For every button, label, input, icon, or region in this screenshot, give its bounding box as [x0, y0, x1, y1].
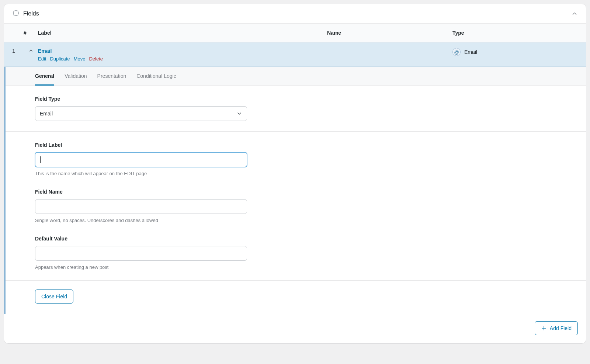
row-action-duplicate[interactable]: Duplicate	[50, 56, 70, 62]
row-collapse-toggle[interactable]	[28, 48, 34, 53]
field-row: 1 Email Edit Duplicate Move Delete @ Ema…	[4, 42, 586, 67]
table-header-row: # Label Name Type	[4, 24, 586, 42]
add-field-label: Add Field	[550, 325, 572, 331]
card-collapse-toggle[interactable]	[571, 10, 578, 17]
group-field-label: Field Label This is the name which will …	[35, 142, 556, 176]
tab-conditional-logic[interactable]: Conditional Logic	[136, 67, 176, 86]
fields-card: Fields # Label Name Type 1 Email Edit Du…	[4, 4, 586, 344]
help-default-value: Appears when creating a new post	[35, 264, 556, 270]
field-row-type-label: Email	[464, 49, 477, 55]
card-title-wrap: Fields	[12, 10, 39, 17]
column-label: Label	[38, 30, 327, 36]
row-action-delete[interactable]: Delete	[89, 56, 103, 62]
row-action-move[interactable]: Move	[74, 56, 86, 62]
card-footer: Add Field	[4, 314, 586, 343]
card-title: Fields	[23, 10, 39, 17]
group-field-type: Field Type Email	[35, 96, 556, 121]
input-field-label[interactable]	[35, 152, 247, 167]
field-title-link[interactable]: Email	[38, 48, 52, 54]
puzzle-icon	[12, 10, 20, 17]
tab-validation[interactable]: Validation	[65, 67, 87, 86]
label-field-type: Field Type	[35, 96, 556, 102]
row-actions: Edit Duplicate Move Delete	[38, 56, 327, 62]
editor-tabs: General Validation Presentation Conditio…	[6, 67, 586, 86]
email-type-icon: @	[452, 48, 461, 56]
label-field-name: Field Name	[35, 189, 556, 195]
select-field-type-value: Email	[40, 111, 53, 117]
chevron-down-icon	[236, 111, 242, 117]
help-field-label: This is the name which will appear on th…	[35, 171, 556, 176]
input-field-name[interactable]	[35, 199, 247, 214]
editor-footer: Close Field	[6, 280, 586, 314]
column-number: #	[12, 30, 38, 36]
label-field-label: Field Label	[35, 142, 556, 148]
panel-field-type: Field Type Email	[6, 86, 586, 131]
group-field-name: Field Name Single word, no spaces. Under…	[35, 189, 556, 223]
panel-field-settings: Field Label This is the name which will …	[6, 131, 586, 280]
text-cursor	[40, 156, 41, 163]
column-name: Name	[327, 30, 452, 36]
card-header: Fields	[4, 4, 586, 24]
field-row-number: 1	[12, 48, 15, 54]
row-action-edit[interactable]: Edit	[38, 56, 46, 62]
input-default-value[interactable]	[35, 246, 247, 261]
tab-presentation[interactable]: Presentation	[97, 67, 126, 86]
field-row-number-cell: 1	[12, 48, 38, 54]
field-row-type-cell: @ Email	[452, 48, 578, 56]
label-default-value: Default Value	[35, 236, 556, 242]
column-type: Type	[452, 30, 578, 36]
field-row-label-cell: Email Edit Duplicate Move Delete	[38, 48, 327, 62]
field-editor: General Validation Presentation Conditio…	[4, 67, 586, 314]
close-field-button[interactable]: Close Field	[35, 290, 73, 304]
select-field-type[interactable]: Email	[35, 106, 247, 121]
add-field-button[interactable]: Add Field	[535, 321, 578, 335]
group-default-value: Default Value Appears when creating a ne…	[35, 236, 556, 270]
help-field-name: Single word, no spaces. Underscores and …	[35, 218, 556, 223]
plus-icon	[541, 325, 547, 331]
tab-general[interactable]: General	[35, 67, 54, 86]
